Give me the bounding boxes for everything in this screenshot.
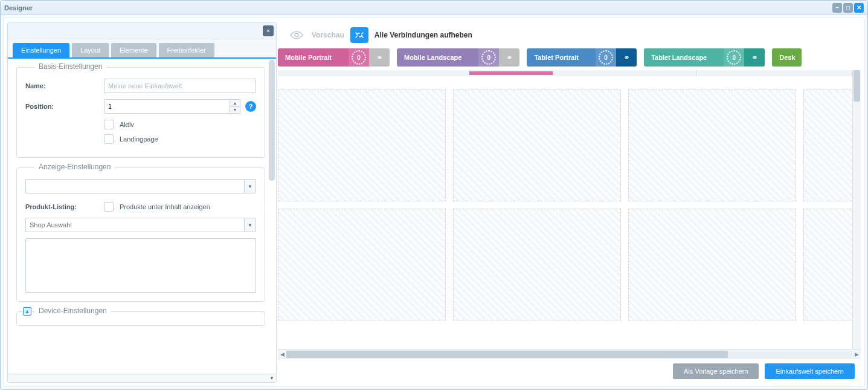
main-area: Vorschau Alle Verbindungen aufheben Mobi… — [277, 22, 861, 383]
anzeige-combo-input[interactable] — [25, 179, 244, 193]
scroll-right-button[interactable]: ▶ — [852, 351, 861, 357]
save-as-template-button[interactable]: Als Vorlage speichern — [673, 363, 759, 379]
name-input[interactable] — [104, 79, 256, 93]
device-label: Tablet Portrait — [527, 48, 596, 67]
preview-button[interactable]: Vorschau — [288, 27, 344, 43]
position-input[interactable] — [104, 99, 230, 114]
preview-label: Vorschau — [312, 31, 344, 39]
aktiv-row: Aktiv — [104, 120, 256, 129]
shop-combo-trigger[interactable]: ▼ — [244, 218, 256, 232]
unlink-icon — [350, 27, 368, 43]
device-count-badge: 0 — [596, 48, 616, 67]
device-link-button[interactable]: ⚭ — [369, 48, 390, 67]
unlink-label: Alle Verbindungen aufheben — [375, 31, 472, 39]
tab-freitextfelder[interactable]: Freitextfelder — [159, 43, 214, 57]
minimize-button[interactable]: – — [832, 3, 842, 13]
listing-checkbox[interactable] — [104, 202, 114, 212]
device-count-badge: 0 — [478, 48, 499, 67]
device-tab-mobile-landscape[interactable]: Mobile Landscape 0 ⚭ — [397, 48, 519, 67]
scrollbar-thumb[interactable] — [854, 70, 860, 102]
spinner-buttons: ▲ ▼ — [230, 99, 240, 114]
anzeige-legend: Anzeige-Einstellungen — [35, 163, 114, 171]
listing-check-label: Produkte unter Inhalt anzeigen — [120, 203, 210, 210]
tab-layout[interactable]: Layout — [72, 43, 109, 57]
device-link-button[interactable]: ⚭ — [744, 48, 765, 67]
collapse-sidebar-button[interactable]: « — [263, 25, 274, 36]
link-icon: ⚭ — [506, 53, 513, 62]
canvas-vertical-scrollbar[interactable] — [852, 70, 861, 349]
basis-einstellungen-fieldset: Basis-Einstellungen Name: Position: ▲ ▼ — [16, 67, 265, 158]
anzeige-combo: ▼ — [25, 179, 256, 193]
position-row: Position: ▲ ▼ ? — [25, 99, 256, 114]
anzeige-combo-row: ▼ — [25, 179, 256, 193]
shop-list-box[interactable] — [25, 238, 256, 293]
titlebar: Designer – □ ✕ — [1, 1, 867, 15]
device-count-badge: 0 — [724, 48, 744, 67]
device-label: Mobile Landscape — [397, 48, 478, 67]
device-legend: Device-Einstellungen — [35, 307, 111, 315]
aktiv-label: Aktiv — [120, 121, 134, 128]
listing-row: Produkt-Listing: Produkte unter Inhalt a… — [25, 202, 256, 212]
anzeige-einstellungen-fieldset: Anzeige-Einstellungen ▼ Produkt-Listing:… — [16, 167, 265, 302]
anzeige-combo-trigger[interactable]: ▼ — [244, 179, 256, 193]
grid-cell[interactable] — [453, 209, 621, 320]
name-row: Name: — [25, 79, 256, 93]
grid-cell[interactable] — [278, 89, 446, 201]
link-icon: ⚭ — [376, 53, 383, 62]
device-tab-desktop[interactable]: Desk — [772, 48, 801, 67]
device-tabs: Mobile Portrait 0 ⚭ Mobile Landscape 0 ⚭… — [278, 48, 861, 67]
name-label: Name: — [25, 82, 104, 89]
spinner-down-button[interactable]: ▼ — [230, 107, 240, 114]
grid-cell[interactable] — [803, 89, 852, 201]
window-controls: – □ ✕ — [832, 3, 864, 13]
tab-elemente[interactable]: Elemente — [111, 43, 156, 57]
tab-einstellungen[interactable]: Einstellungen — [13, 43, 69, 57]
close-button[interactable]: ✕ — [854, 3, 864, 13]
grid-cell[interactable] — [278, 209, 446, 320]
device-link-button[interactable]: ⚭ — [499, 48, 519, 67]
designer-window: Designer – □ ✕ « Einstellungen Layout El… — [0, 0, 868, 390]
device-link-button[interactable]: ⚭ — [616, 48, 637, 67]
landingpage-row: Landingpage — [104, 134, 256, 144]
position-spinner: ▲ ▼ — [104, 99, 240, 114]
grid-cell[interactable] — [803, 209, 852, 320]
window-body: « Einstellungen Layout Elemente Freitext… — [3, 18, 865, 387]
settings-sidebar: « Einstellungen Layout Elemente Freitext… — [7, 22, 277, 383]
aktiv-checkbox[interactable] — [104, 120, 114, 129]
device-tab-tablet-landscape[interactable]: Tablet Landscape 0 ⚭ — [644, 48, 765, 67]
maximize-button[interactable]: □ — [843, 3, 853, 13]
shop-combo-row: ▼ — [25, 218, 256, 232]
grid-cell[interactable] — [453, 89, 621, 201]
grid-cell[interactable] — [628, 209, 796, 320]
eye-icon — [288, 27, 306, 43]
device-tab-mobile-portrait[interactable]: Mobile Portrait 0 ⚭ — [278, 48, 390, 67]
grid-cell[interactable] — [628, 89, 796, 201]
ruler — [278, 70, 852, 76]
link-icon: ⚭ — [751, 53, 758, 62]
device-label: Mobile Portrait — [278, 48, 349, 67]
footer: Als Vorlage speichern Einkaufswelt speic… — [277, 359, 861, 383]
device-tab-tablet-portrait[interactable]: Tablet Portrait 0 ⚭ — [527, 48, 637, 67]
canvas-horizontal-scrollbar[interactable]: ◀ ▶ — [278, 349, 861, 359]
unlink-all-button[interactable]: Alle Verbindungen aufheben — [350, 27, 472, 43]
shop-combo: ▼ — [25, 218, 256, 232]
scrollbar-track[interactable] — [286, 351, 852, 358]
device-fieldset-toggle[interactable]: ▲ — [23, 307, 31, 316]
canvas-scroll[interactable] — [278, 70, 852, 349]
landingpage-checkbox[interactable] — [104, 134, 114, 144]
sidebar-header: « — [8, 22, 276, 39]
scrollbar-thumb[interactable] — [286, 351, 728, 358]
position-help-button[interactable]: ? — [245, 101, 256, 112]
save-button[interactable]: Einkaufswelt speichern — [765, 363, 855, 379]
panel-scrollbar[interactable] — [269, 60, 275, 181]
spinner-up-button[interactable]: ▲ — [230, 100, 240, 107]
position-label: Position: — [25, 103, 104, 110]
panel-bottom-scroll: ▼ — [8, 374, 276, 382]
shop-combo-input[interactable] — [25, 218, 244, 232]
scroll-left-button[interactable]: ◀ — [278, 351, 286, 357]
panel-scroll-down-button[interactable]: ▼ — [269, 375, 274, 381]
main-toolbar: Vorschau Alle Verbindungen aufheben — [280, 22, 861, 48]
landingpage-label: Landingpage — [120, 135, 158, 143]
device-count-badge: 0 — [349, 48, 369, 67]
sidebar-tabs: Einstellungen Layout Elemente Freitextfe… — [8, 39, 276, 59]
